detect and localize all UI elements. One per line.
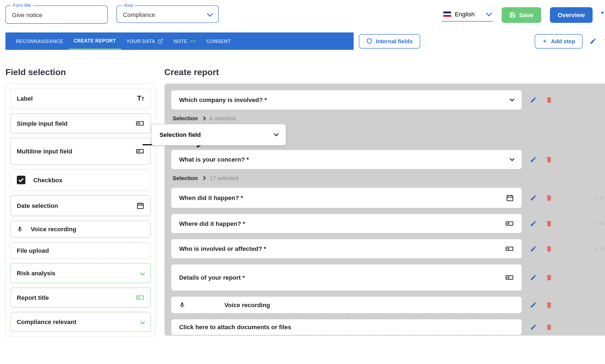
question-when[interactable]: When did it happen? * xyxy=(171,187,522,208)
more-menu-button[interactable] xyxy=(601,11,605,14)
pencil-icon xyxy=(530,324,537,331)
delete-question-button[interactable] xyxy=(546,324,553,331)
palette-report-title[interactable]: Report title xyxy=(10,288,151,308)
microphone-icon xyxy=(179,301,185,309)
edit-question-button[interactable] xyxy=(530,301,537,309)
input-icon xyxy=(505,220,514,227)
edit-question-button[interactable] xyxy=(530,245,537,252)
input-icon xyxy=(135,120,144,127)
form-title-field[interactable]: Form title Give notice xyxy=(5,5,108,24)
tab-consent[interactable]: CONSENT xyxy=(201,32,236,50)
question-concern[interactable]: What is your concern? * xyxy=(171,150,522,170)
delete-question-button[interactable] xyxy=(546,220,553,227)
palette-simple-input[interactable]: Simple input field xyxy=(10,113,151,134)
internal-fields-button[interactable]: Internal fields xyxy=(359,34,420,48)
selection-label: Selection xyxy=(172,115,197,122)
code-icon[interactable]: < > xyxy=(595,194,604,201)
pencil-icon xyxy=(530,96,537,103)
shield-icon xyxy=(366,38,372,44)
delete-question-button[interactable] xyxy=(546,245,553,252)
internal-fields-label: Internal fields xyxy=(376,38,413,44)
tab-reconnaissance[interactable]: RECONNAISSANCE xyxy=(11,32,68,50)
add-step-button[interactable]: Add step xyxy=(535,34,582,48)
microphone-icon xyxy=(17,225,23,233)
palette-file-upload[interactable]: File upload xyxy=(10,242,151,259)
field-selection-title: Field selection xyxy=(5,67,156,77)
trash-icon xyxy=(546,156,553,163)
edit-question-button[interactable] xyxy=(530,220,537,227)
tab-label: CREATE REPORT xyxy=(74,38,116,43)
palette-compliance-relevant[interactable]: Compliance relevant xyxy=(10,312,151,332)
selection-summary[interactable]: Selection 17 selected xyxy=(171,175,604,187)
save-button[interactable]: Save xyxy=(502,7,541,23)
tab-note[interactable]: NOTE <> xyxy=(168,32,201,50)
edit-question-button[interactable] xyxy=(530,96,537,103)
save-icon xyxy=(510,12,516,18)
area-value: Compliance xyxy=(123,11,155,18)
delete-question-button[interactable] xyxy=(546,194,553,201)
palette-label[interactable]: Label TT xyxy=(10,88,151,109)
edit-step-button[interactable] xyxy=(589,38,597,45)
pencil-icon xyxy=(530,220,537,227)
pencil-icon xyxy=(530,194,537,201)
edit-question-button[interactable] xyxy=(530,324,537,331)
pencil-icon xyxy=(530,245,537,252)
delete-question-button[interactable] xyxy=(546,156,553,163)
pencil-icon xyxy=(530,301,537,309)
add-step-label: Add step xyxy=(551,38,575,44)
chevron-down-icon xyxy=(486,10,492,16)
selection-count: 4 selected xyxy=(209,115,235,122)
overview-label: Overview xyxy=(558,11,585,18)
overview-button[interactable]: Overview xyxy=(550,7,592,23)
chevron-down-icon xyxy=(510,97,514,101)
delete-question-button[interactable] xyxy=(546,301,553,309)
external-link-icon xyxy=(158,39,163,44)
dragging-field-card[interactable]: Selection field xyxy=(151,124,286,146)
trash-icon xyxy=(546,274,553,281)
palette-multiline-input[interactable]: Multiline input field xyxy=(10,138,151,165)
code-icon[interactable]: < > xyxy=(595,220,604,227)
question-voice[interactable]: Voice recording xyxy=(171,296,522,314)
trash-icon xyxy=(546,220,553,227)
form-title-label: Form title xyxy=(11,3,33,8)
edit-question-button[interactable] xyxy=(530,194,537,201)
tab-label: RECONNAISSANCE xyxy=(16,39,63,44)
delete-step-button[interactable] xyxy=(603,38,605,45)
palette-date-selection[interactable]: Date selection xyxy=(10,195,151,216)
palette-risk-analysis[interactable]: Risk analysis xyxy=(10,263,151,283)
palette-voice-recording[interactable]: Voice recording xyxy=(10,220,151,238)
trash-icon xyxy=(603,38,605,45)
tab-create-report[interactable]: CREATE REPORT xyxy=(69,32,121,50)
form-title-value: Give notice xyxy=(12,11,42,18)
calendar-icon xyxy=(506,194,514,202)
question-details[interactable]: Details of your report * xyxy=(171,264,522,291)
tab-label: CONSENT xyxy=(206,39,231,44)
language-select[interactable]: English xyxy=(442,8,493,22)
trash-icon xyxy=(546,194,553,201)
chevron-down-icon xyxy=(140,271,145,276)
delete-question-button[interactable] xyxy=(546,274,553,281)
flag-uk-icon xyxy=(443,11,451,17)
question-file-upload[interactable]: Click here to attach documents or files xyxy=(171,319,522,335)
palette-item-label: Report title xyxy=(17,294,49,301)
question-label: Voice recording xyxy=(224,301,270,309)
pencil-icon xyxy=(530,156,537,163)
edit-question-button[interactable] xyxy=(530,274,537,281)
palette-item-label: Multiline input field xyxy=(17,148,72,155)
palette-checkbox[interactable]: Checkbox xyxy=(10,169,151,191)
area-label: Area xyxy=(122,3,135,8)
tab-your-data[interactable]: YOUR DATA xyxy=(121,32,168,50)
question-where[interactable]: Where did it happen? * xyxy=(171,214,522,234)
selection-label: Selection xyxy=(172,175,197,181)
pencil-icon xyxy=(589,38,597,45)
edit-question-button[interactable] xyxy=(530,156,537,163)
text-format-icon: TT xyxy=(137,95,144,103)
form-canvas[interactable]: Which company is involved? * Selection 4… xyxy=(164,83,605,336)
delete-question-button[interactable] xyxy=(546,96,553,103)
question-company[interactable]: Which company is involved? * xyxy=(171,90,522,110)
code-icon[interactable]: < > xyxy=(595,245,604,252)
tab-label: YOUR DATA xyxy=(126,39,155,44)
question-who[interactable]: Who is involved or affected? * xyxy=(171,239,522,259)
area-select[interactable]: Area Compliance xyxy=(116,5,219,23)
chevron-down-icon xyxy=(207,11,213,17)
